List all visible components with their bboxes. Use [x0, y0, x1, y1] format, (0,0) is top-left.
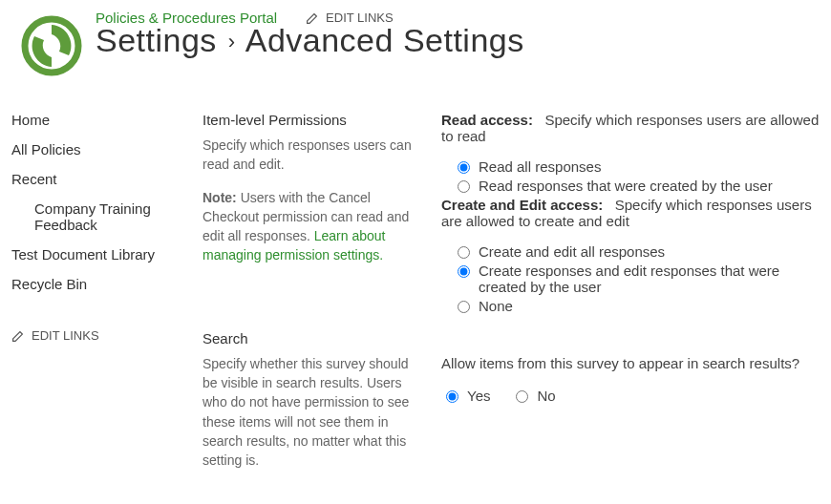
edit-none-label[interactable]: None [479, 298, 513, 314]
search-question: Allow items from this survey to appear i… [441, 355, 831, 371]
pencil-icon [11, 328, 24, 343]
nav-company-training-feedback[interactable]: Company Training Feedback [34, 200, 202, 233]
edit-all-label[interactable]: Create and edit all responses [479, 243, 665, 260]
nav-test-document-library[interactable]: Test Document Library [11, 246, 202, 262]
edit-all-radio[interactable] [458, 246, 470, 259]
read-own-label[interactable]: Read responses that were created by the … [479, 178, 773, 194]
read-access-label: Read access: [441, 112, 533, 128]
breadcrumb-separator-icon: › [228, 30, 236, 53]
site-logo-icon [21, 15, 82, 76]
edit-own-radio[interactable] [458, 265, 470, 278]
search-no-radio[interactable] [516, 390, 528, 403]
read-all-label[interactable]: Read all responses [479, 158, 601, 175]
edit-none-radio[interactable] [458, 301, 470, 313]
nav-recent[interactable]: Recent [11, 171, 202, 187]
edit-own-label[interactable]: Create responses and edit responses that… [479, 262, 831, 295]
nav-home[interactable]: Home [11, 112, 202, 128]
edit-access-label: Create and Edit access: [441, 197, 603, 213]
permissions-desc: Specify which responses users can read a… [202, 136, 418, 175]
edit-links-nav-label: EDIT LINKS [32, 328, 99, 343]
search-yes-label[interactable]: Yes [467, 388, 490, 404]
permissions-heading: Item-level Permissions [202, 112, 418, 128]
search-heading: Search [202, 330, 418, 346]
page-title: Settings › Advanced Settings [96, 22, 820, 59]
nav-recycle-bin[interactable]: Recycle Bin [11, 276, 202, 292]
nav-all-policies[interactable]: All Policies [11, 141, 202, 158]
left-nav: Home All Policies Recent Company Trainin… [0, 112, 202, 504]
search-no-label[interactable]: No [537, 388, 555, 404]
read-own-radio[interactable] [458, 180, 470, 193]
edit-links-nav[interactable]: EDIT LINKS [11, 328, 99, 343]
read-all-radio[interactable] [458, 161, 470, 174]
permissions-note: Note: Users with the Cancel Checkout per… [202, 188, 418, 265]
search-yes-radio[interactable] [446, 390, 458, 403]
search-desc: Specify whether this survey should be vi… [202, 354, 418, 471]
